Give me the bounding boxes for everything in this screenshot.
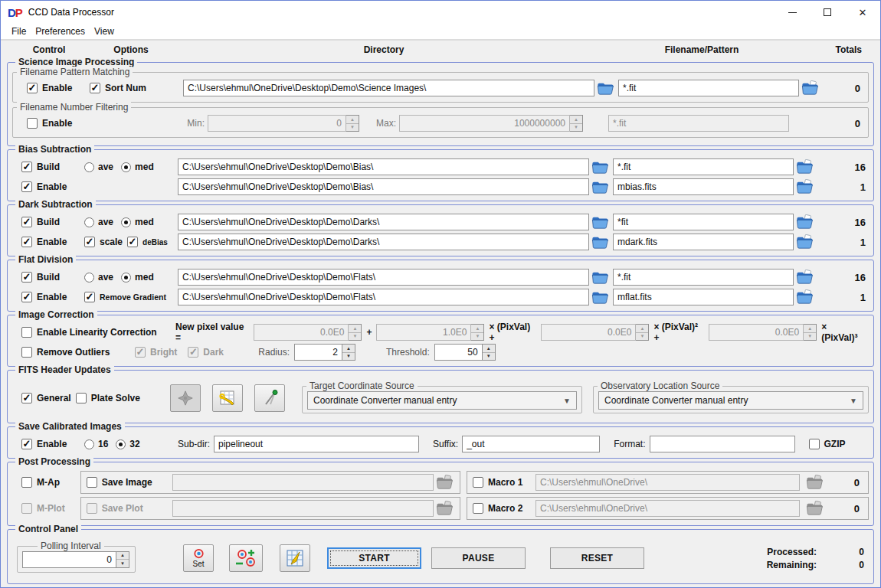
macro2-checkbox[interactable]: Macro 2 bbox=[473, 503, 535, 514]
gzip-checkbox[interactable]: GZIP bbox=[809, 439, 846, 449]
bright-checkbox: Bright bbox=[135, 347, 177, 358]
bit16-radio[interactable]: 16 bbox=[84, 439, 108, 449]
dark-build-pattern-field[interactable]: *fit bbox=[613, 214, 794, 230]
filter-enable-checkbox[interactable]: Enable bbox=[27, 118, 90, 129]
flat-enable-total: 1 bbox=[830, 292, 866, 303]
dark-debias-checkbox[interactable]: deBias bbox=[127, 237, 168, 247]
start-button[interactable]: START bbox=[327, 547, 421, 569]
set-aperture-button[interactable]: Set bbox=[183, 544, 214, 572]
plate-solve-checkbox[interactable]: Plate Solve bbox=[76, 393, 147, 403]
flat-master-filename-field[interactable]: mflat.fits bbox=[613, 289, 794, 305]
bias-build-checkbox[interactable]: Build bbox=[21, 162, 84, 172]
save-image-checkbox[interactable]: Save Image bbox=[87, 477, 172, 488]
radius-spinner[interactable]: 2▲▼ bbox=[294, 344, 355, 361]
window-title: CCD Data Processor bbox=[28, 7, 114, 18]
minimize-button[interactable] bbox=[775, 1, 810, 24]
science-enable-checkbox[interactable]: Enable bbox=[27, 83, 90, 93]
observatory-source-dropdown[interactable]: Coordinate Converter manual entry▼ bbox=[598, 391, 863, 410]
target-source-dropdown[interactable]: Coordinate Converter manual entry▼ bbox=[307, 391, 577, 410]
flat-build-pattern-browse-button[interactable] bbox=[794, 268, 814, 286]
reset-button[interactable]: RESET bbox=[550, 547, 644, 569]
dark-scale-checkbox[interactable]: scale bbox=[84, 237, 123, 247]
pause-button[interactable]: PAUSE bbox=[431, 547, 526, 569]
dark-master-browse-button[interactable] bbox=[794, 233, 814, 251]
maximize-button[interactable] bbox=[810, 1, 845, 24]
bias-enable-checkbox[interactable]: Enable bbox=[21, 181, 84, 192]
remaining-value: 0 bbox=[821, 560, 864, 570]
dark-build-directory-field[interactable]: C:\Users\ehmul\OneDrive\Desktop\Demo\Dar… bbox=[178, 214, 589, 230]
flat-ave-radio[interactable]: ave bbox=[84, 272, 113, 283]
dark-enable-browse-button[interactable] bbox=[589, 233, 610, 251]
bias-ave-radio[interactable]: ave bbox=[84, 162, 113, 172]
dark-build-checkbox[interactable]: Build bbox=[21, 217, 84, 227]
menu-view[interactable]: View bbox=[90, 24, 119, 38]
flat-build-checkbox[interactable]: Build bbox=[21, 272, 84, 283]
close-button[interactable]: ✕ bbox=[845, 1, 880, 24]
menu-preferences[interactable]: Preferences bbox=[31, 24, 90, 38]
bias-med-radio[interactable]: med bbox=[121, 162, 154, 172]
sort-num-checkbox[interactable]: Sort Num bbox=[90, 83, 146, 93]
header-filename-pattern: Filename/Pattern bbox=[610, 44, 794, 55]
clear-overlay-button[interactable] bbox=[280, 544, 310, 572]
science-pattern-browse-button[interactable] bbox=[799, 79, 820, 97]
macro1-path-field: C:\Users\ehmul\OneDrive\ bbox=[535, 474, 800, 491]
coef3-spinner[interactable]: 0.0E0▲▼ bbox=[709, 324, 817, 341]
dark-build-pattern-browse-button[interactable] bbox=[794, 213, 814, 231]
linearity-checkbox[interactable]: Enable Linearity Correction bbox=[21, 327, 175, 338]
flat-build-directory-field[interactable]: C:\Users\ehmul\OneDrive\Desktop\Demo\Fla… bbox=[178, 269, 589, 286]
min-spinner[interactable]: 0▲▼ bbox=[208, 115, 359, 132]
save-plot-browse-button bbox=[434, 499, 454, 518]
polling-interval-spinner[interactable]: 0▲▼ bbox=[22, 551, 129, 568]
dark-enable-directory-field[interactable]: C:\Users\ehmul\OneDrive\Desktop\Demo\Dar… bbox=[178, 234, 589, 250]
remove-outliers-checkbox[interactable]: Remove Outliers bbox=[21, 347, 127, 358]
bias-master-browse-button[interactable] bbox=[794, 178, 814, 196]
flat-med-radio[interactable]: med bbox=[121, 272, 154, 283]
save-enable-checkbox[interactable]: Enable bbox=[21, 439, 84, 449]
bias-enable-directory-field[interactable]: C:\Users\ehmul\OneDrive\Desktop\Demo\Bia… bbox=[178, 178, 589, 195]
save-plot-panel: Save Plot bbox=[80, 497, 460, 520]
subdir-field[interactable]: pipelineout bbox=[214, 436, 419, 452]
bias-build-pattern-browse-button[interactable] bbox=[794, 158, 814, 176]
target-source-title: Target Coordinate Source bbox=[306, 381, 418, 391]
coef1-spinner[interactable]: 1.0E0▲▼ bbox=[376, 324, 484, 341]
suffix-field[interactable]: _out bbox=[462, 436, 600, 452]
fits-general-checkbox[interactable]: General bbox=[21, 393, 76, 403]
dark-master-filename-field[interactable]: mdark.fits bbox=[613, 234, 794, 250]
macro1-checkbox[interactable]: Macro 1 bbox=[473, 477, 535, 488]
flat-build-browse-button[interactable] bbox=[589, 268, 610, 286]
plate-solve-tool-button[interactable] bbox=[254, 384, 285, 412]
science-directory-browse-button[interactable] bbox=[594, 79, 615, 97]
bullseye-add-remove-icon bbox=[235, 548, 257, 568]
coef0-spinner[interactable]: 0.0E0▲▼ bbox=[254, 324, 362, 341]
flat-enable-directory-field[interactable]: C:\Users\ehmul\OneDrive\Desktop\Demo\Fla… bbox=[178, 289, 589, 305]
dark-subtraction-group: Dark Subtraction Build ave med C:\Users\… bbox=[7, 204, 874, 256]
flat-enable-browse-button[interactable] bbox=[589, 288, 610, 306]
dark-build-browse-button[interactable] bbox=[589, 213, 610, 231]
header-edit-button[interactable] bbox=[212, 384, 243, 412]
format-field[interactable] bbox=[650, 436, 795, 452]
science-directory-field[interactable]: C:\Users\ehmul\OneDrive\Desktop\Demo\Sci… bbox=[183, 80, 594, 96]
bias-build-directory-field[interactable]: C:\Users\ehmul\OneDrive\Desktop\Demo\Bia… bbox=[178, 158, 589, 175]
progress-stats: Processed:0 Remaining:0 bbox=[767, 547, 864, 570]
bias-build-browse-button[interactable] bbox=[589, 158, 610, 176]
flat-master-browse-button[interactable] bbox=[794, 288, 814, 306]
bit32-radio[interactable]: 32 bbox=[116, 439, 139, 449]
bias-build-pattern-field[interactable]: *.fit bbox=[613, 158, 794, 175]
add-remove-apertures-button[interactable] bbox=[229, 544, 263, 572]
menu-file[interactable]: File bbox=[7, 24, 31, 38]
bias-master-filename-field[interactable]: mbias.fits bbox=[613, 178, 794, 195]
formula-label: New pixel value = bbox=[175, 322, 249, 343]
remove-gradient-checkbox[interactable]: Remove Gradient bbox=[84, 292, 166, 302]
flat-build-pattern-field[interactable]: *.fit bbox=[613, 269, 794, 286]
threshold-spinner[interactable]: 50▲▼ bbox=[434, 344, 496, 361]
dark-med-radio[interactable]: med bbox=[121, 217, 154, 227]
map-checkbox[interactable]: M-Ap bbox=[21, 477, 80, 488]
dark-ave-radio[interactable]: ave bbox=[84, 217, 113, 227]
coef2-spinner[interactable]: 0.0E0▲▼ bbox=[541, 324, 649, 341]
bullseye-icon bbox=[193, 548, 205, 559]
bias-enable-browse-button[interactable] bbox=[589, 178, 610, 196]
flat-enable-checkbox[interactable]: Enable bbox=[21, 292, 84, 302]
max-spinner[interactable]: 1000000000▲▼ bbox=[399, 115, 583, 132]
dark-enable-checkbox[interactable]: Enable bbox=[21, 237, 84, 247]
science-pattern-field[interactable]: *.fit bbox=[618, 80, 799, 96]
